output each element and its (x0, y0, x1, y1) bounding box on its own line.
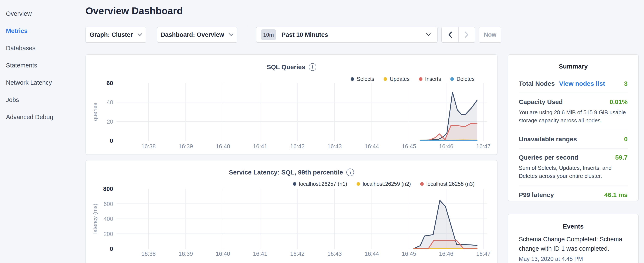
events-panel: Events Schema Change Completed: Schema c… (508, 214, 639, 263)
chevron-right-icon (464, 31, 469, 38)
svg-text:16:46: 16:46 (439, 251, 454, 257)
svg-text:16:41: 16:41 (253, 251, 268, 257)
svg-text:16:41: 16:41 (253, 143, 268, 150)
svg-text:200: 200 (104, 231, 113, 237)
graph-dropdown-label: Graph: Cluster (90, 31, 133, 38)
svg-text:16:39: 16:39 (178, 143, 193, 150)
summary-row-label: Capacity Used (519, 98, 563, 106)
now-button[interactable]: Now (479, 27, 501, 43)
events-title: Events (519, 223, 628, 230)
svg-text:16:38: 16:38 (142, 251, 156, 257)
summary-row-value: 0.01% (610, 98, 628, 106)
svg-text:16:42: 16:42 (290, 251, 305, 257)
summary-row-value: 46.1 ms (604, 191, 628, 198)
time-range-picker[interactable]: 10m Past 10 Minutes (256, 27, 438, 43)
svg-text:20: 20 (107, 119, 113, 125)
page-title: Overview Dashboard (86, 5, 183, 17)
sidebar-item-databases[interactable]: Databases (6, 40, 86, 57)
time-nav-group (442, 27, 475, 43)
svg-text:60: 60 (106, 80, 113, 86)
chevron-down-icon (229, 33, 234, 36)
sidebar-item-overview[interactable]: Overview (6, 5, 86, 22)
svg-text:16:44: 16:44 (365, 251, 379, 257)
summary-row-description: Sum of Selects, Updates, Inserts, and De… (519, 164, 628, 180)
time-range-badge: 10m (261, 29, 276, 40)
sidebar-item-metrics[interactable]: Metrics (6, 22, 86, 40)
view-nodes-list-link[interactable]: View nodes list (559, 80, 605, 87)
dashboard-dropdown-label: Dashboard: Overview (161, 31, 224, 38)
summary-row-capacity-used: Capacity Used0.01%You are using 28.6 MiB… (519, 93, 628, 130)
event-text: Schema Change Completed: Schema change w… (519, 235, 628, 253)
chevron-left-icon (448, 31, 452, 38)
summary-row-unavailable-ranges: Unavailable ranges0 (519, 130, 628, 149)
sidebar-item-network-latency[interactable]: Network Latency (6, 74, 86, 91)
summary-row-value: 59.7 (615, 154, 628, 161)
svg-text:16:38: 16:38 (142, 143, 156, 150)
toolbar-divider (247, 26, 247, 44)
svg-text:0: 0 (110, 137, 113, 144)
svg-text:400: 400 (104, 216, 113, 222)
svg-text:800: 800 (103, 185, 113, 192)
summary-title: Summary (519, 63, 628, 70)
svg-text:16:47: 16:47 (476, 251, 491, 257)
event-timestamp: May 13, 2020 at 4:45 PM (519, 256, 628, 262)
sidebar: OverviewMetricsDatabasesStatementsNetwor… (0, 0, 86, 263)
summary-row-p99-latency: P99 latency46.1 ms (519, 186, 628, 201)
summary-row-total-nodes: Total NodesView nodes list3 (519, 75, 628, 93)
svg-text:16:43: 16:43 (328, 143, 342, 150)
svg-text:16:40: 16:40 (216, 251, 230, 257)
sidebar-item-statements[interactable]: Statements (6, 57, 86, 74)
event-item[interactable]: Schema Change Completed: Schema change w… (519, 235, 628, 262)
svg-text:16:46: 16:46 (439, 143, 454, 150)
svg-text:16:40: 16:40 (216, 143, 230, 150)
summary-row-queries-per-second: Queries per second59.7Sum of Selects, Up… (519, 149, 628, 186)
svg-text:latency (ms): latency (ms) (92, 204, 98, 234)
svg-text:16:47: 16:47 (476, 143, 491, 150)
sql-queries-plot[interactable]: 16:3816:3916:4016:4116:4216:4316:4416:45… (86, 55, 497, 154)
sidebar-item-jobs[interactable]: Jobs (6, 91, 86, 109)
dashboard-dropdown[interactable]: Dashboard: Overview (157, 27, 237, 43)
svg-text:0: 0 (110, 245, 113, 252)
svg-text:16:42: 16:42 (290, 143, 305, 150)
svg-text:600: 600 (104, 201, 113, 207)
sql-queries-chart-card: SQL Queries i SelectsUpdatesInsertsDelet… (86, 54, 498, 155)
summary-row-label: P99 latency (519, 191, 554, 198)
summary-row-value: 3 (624, 80, 628, 87)
service-latency-sql-99th-percentile-plot[interactable]: 16:3816:3916:4016:4116:4216:4316:4416:45… (86, 160, 497, 263)
svg-text:16:44: 16:44 (365, 143, 379, 150)
sidebar-item-advanced-debug[interactable]: Advanced Debug (6, 109, 86, 126)
time-range-label: Past 10 Minutes (282, 31, 328, 38)
summary-row-value: 0 (624, 136, 628, 143)
summary-row-label: Total Nodes (519, 80, 555, 87)
next-time-button[interactable] (458, 27, 475, 42)
prev-time-button[interactable] (442, 27, 458, 42)
summary-row-label: Unavailable ranges (519, 136, 577, 143)
svg-text:queries: queries (92, 103, 98, 121)
summary-row-description: You are using 28.6 MiB of 515.9 GiB usab… (519, 109, 628, 124)
chevron-down-icon (138, 33, 142, 36)
chevron-down-icon (426, 33, 431, 36)
summary-panel: Summary Total NodesView nodes list3Capac… (508, 54, 639, 201)
svg-text:16:39: 16:39 (178, 251, 193, 257)
graph-dropdown[interactable]: Graph: Cluster (86, 27, 146, 43)
svg-text:40: 40 (107, 99, 113, 106)
summary-row-label: Queries per second (519, 154, 578, 161)
service-latency-chart-card: Service Latency: SQL, 99th percentile i … (86, 160, 498, 263)
svg-text:16:43: 16:43 (328, 251, 342, 257)
svg-text:16:45: 16:45 (402, 251, 416, 257)
svg-text:16:45: 16:45 (402, 143, 416, 150)
